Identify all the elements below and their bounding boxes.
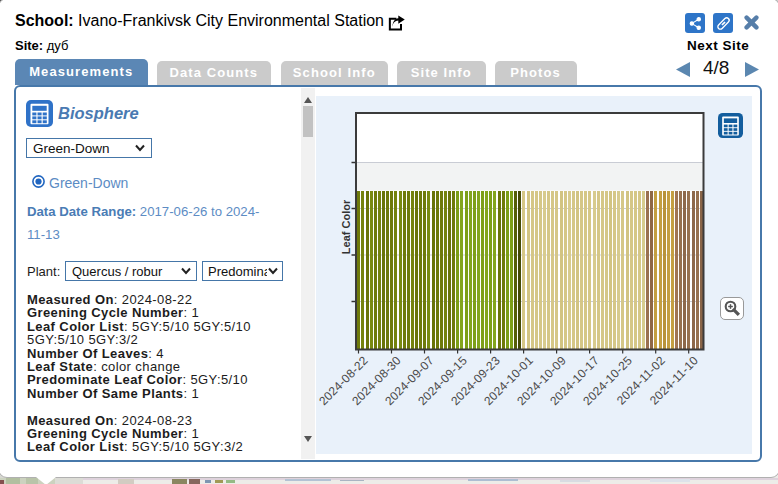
svg-text:Leaf Color: Leaf Color	[340, 199, 352, 254]
